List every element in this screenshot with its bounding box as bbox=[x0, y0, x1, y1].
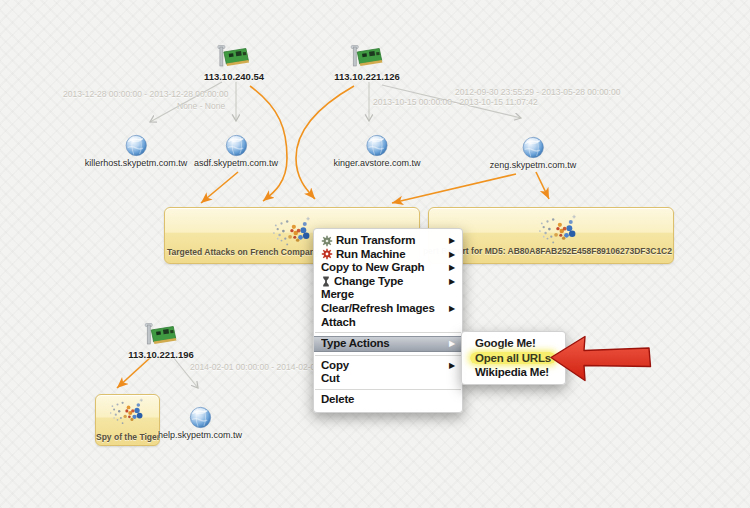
entity-box-spy-label: Spy of the Tiger bbox=[96, 432, 159, 442]
ip-node[interactable]: 113.10.221.126 bbox=[334, 44, 400, 82]
domain-node[interactable]: help.skypetm.com.tw bbox=[158, 406, 242, 440]
highlighted-label: Open all URLs bbox=[470, 352, 556, 364]
menu-item-label: Attach bbox=[321, 316, 455, 330]
globe-icon bbox=[189, 406, 212, 429]
network-card-icon bbox=[349, 44, 385, 70]
context-menu: Run Transform▶Run Machine▶Copy to New Gr… bbox=[313, 228, 463, 413]
domain-label: killerhost.skypetm.com.tw bbox=[85, 158, 188, 168]
menu-item-label: Clear/Refresh Images bbox=[321, 302, 445, 316]
domain-node[interactable]: zeng.skypetm.com.tw bbox=[490, 136, 577, 170]
menu-item-copy[interactable]: Copy▶ bbox=[314, 359, 462, 373]
menu-item-run-transform[interactable]: Run Transform▶ bbox=[314, 234, 462, 248]
submenu-item-google-me[interactable]: Google Me! bbox=[462, 336, 565, 351]
menu-item-label: Merge bbox=[321, 288, 455, 302]
submenu-arrow-icon: ▶ bbox=[449, 275, 455, 289]
menu-item-label: Change Type bbox=[334, 275, 445, 289]
network-card-icon bbox=[216, 44, 252, 70]
machine-gear-icon bbox=[321, 248, 333, 260]
domain-label: asdf.skypetm.com.tw bbox=[194, 158, 278, 168]
entity-box-spy-of-the-tiger[interactable]: Spy of the Tiger bbox=[95, 394, 160, 446]
edge-date-label: None - None bbox=[177, 101, 225, 111]
menu-item-clear-refresh-images[interactable]: Clear/Refresh Images▶ bbox=[314, 302, 462, 316]
menu-separator bbox=[315, 332, 461, 333]
submenu-arrow-icon: ▶ bbox=[449, 337, 455, 351]
ip-node[interactable]: 113.10.240.54 bbox=[204, 44, 264, 82]
menu-item-copy-to-new-graph[interactable]: Copy to New Graph▶ bbox=[314, 261, 462, 275]
menu-item-label: Run Machine bbox=[336, 248, 445, 262]
menu-item-type-actions[interactable]: Type Actions▶ bbox=[314, 336, 462, 352]
ip-node[interactable]: 113.10.221.196 bbox=[128, 322, 194, 360]
domain-node[interactable]: killerhost.skypetm.com.tw bbox=[85, 134, 188, 168]
menu-item-label: Cut bbox=[321, 372, 455, 386]
graph-canvas[interactable]: 2013-12-28 00:00:00 - 2013-12-28 00:00:0… bbox=[0, 0, 750, 508]
edge-date-label: 2014-02-01 00:00:00 - 2014-02-0 bbox=[190, 362, 315, 372]
menu-item-run-machine[interactable]: Run Machine▶ bbox=[314, 248, 462, 262]
submenu-arrow-icon: ▶ bbox=[449, 302, 455, 316]
domain-node[interactable]: kinger.avstore.com.tw bbox=[333, 134, 420, 168]
entity-dots-icon bbox=[534, 212, 580, 250]
change-type-icon bbox=[321, 276, 331, 287]
ip-address-label: 113.10.221.196 bbox=[128, 349, 194, 360]
submenu-item-open-all-urls[interactable]: Open all URLs bbox=[462, 351, 565, 366]
menu-item-label: Run Transform bbox=[336, 234, 445, 248]
submenu-arrow-icon: ▶ bbox=[449, 234, 455, 248]
ip-address-label: 113.10.240.54 bbox=[204, 71, 264, 82]
menu-item-merge[interactable]: Merge bbox=[314, 288, 462, 302]
menu-item-change-type[interactable]: Change Type▶ bbox=[314, 275, 462, 289]
edge-date-label: 2013-12-28 00:00:00 - 2013-12-28 00:00:0… bbox=[63, 89, 228, 99]
submenu-arrow-icon: ▶ bbox=[449, 248, 455, 262]
menu-item-label: Type Actions bbox=[321, 337, 445, 351]
menu-separator bbox=[315, 355, 461, 356]
type-actions-submenu: Google Me!Open all URLsWikipedia Me! bbox=[461, 331, 566, 385]
network-card-icon bbox=[143, 322, 179, 348]
submenu-arrow-icon: ▶ bbox=[449, 261, 455, 275]
globe-icon bbox=[225, 134, 248, 157]
menu-item-cut[interactable]: Cut bbox=[314, 372, 462, 386]
globe-icon bbox=[125, 134, 148, 157]
domain-node[interactable]: asdf.skypetm.com.tw bbox=[194, 134, 278, 168]
globe-icon bbox=[365, 134, 388, 157]
transform-gear-icon bbox=[321, 235, 333, 247]
globe-icon bbox=[522, 136, 545, 159]
submenu-item-wikipedia-me[interactable]: Wikipedia Me! bbox=[462, 365, 565, 380]
entity-dots-icon bbox=[104, 396, 148, 430]
edge-date-label: 2013-10-15 00:00:00 - 2013-10-15 11:07:4… bbox=[373, 97, 538, 107]
submenu-arrow-icon: ▶ bbox=[449, 359, 455, 373]
menu-item-delete[interactable]: Delete bbox=[314, 393, 462, 407]
menu-separator bbox=[315, 389, 461, 390]
menu-item-label: Copy bbox=[321, 359, 445, 373]
menu-item-attach[interactable]: Attach bbox=[314, 316, 462, 330]
ip-address-label: 113.10.221.126 bbox=[334, 71, 400, 82]
domain-label: help.skypetm.com.tw bbox=[158, 430, 242, 440]
domain-label: zeng.skypetm.com.tw bbox=[490, 160, 577, 170]
menu-item-label: Copy to New Graph bbox=[321, 261, 445, 275]
edge-date-label: 2012-09-30 23:55:29 - 2013-05-28 00:00:0… bbox=[455, 87, 620, 97]
domain-label: kinger.avstore.com.tw bbox=[333, 158, 420, 168]
menu-item-label: Delete bbox=[321, 393, 455, 407]
